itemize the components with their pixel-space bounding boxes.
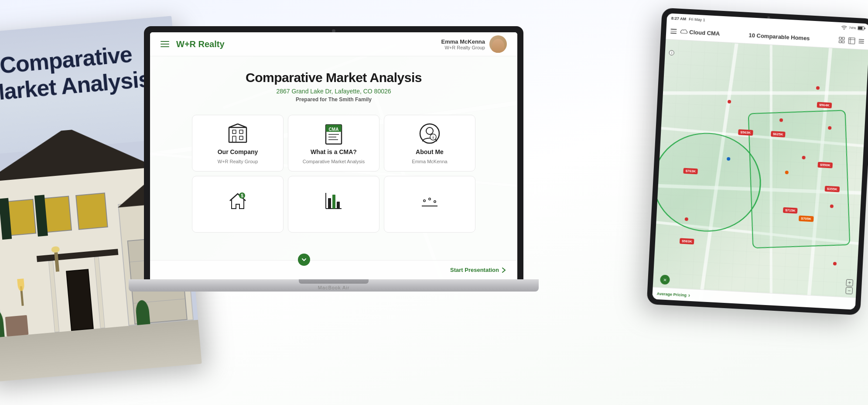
map-dot-9	[833, 262, 837, 265]
card-company-label: Our Company	[218, 148, 258, 155]
arrow-icon: ›	[688, 292, 690, 298]
svg-rect-39	[848, 38, 855, 44]
svg-rect-22	[332, 195, 335, 209]
card-home-value[interactable]: $	[192, 176, 284, 233]
card-what-is-cma[interactable]: CMA What is a CMA? Comparative Market An…	[288, 115, 379, 172]
chart-icon	[322, 189, 345, 212]
tablet-brand-label: Cloud CMA	[689, 29, 720, 37]
card-grid: Our Company W+R Realty Group CMA	[150, 115, 517, 233]
svg-rect-33	[858, 27, 862, 30]
tablet-logo-icon: Cloud CMA	[680, 28, 720, 37]
laptop-model-label: MacBook Air	[318, 285, 350, 290]
tablet-top-icons	[838, 36, 865, 45]
tablet-hamburger[interactable]	[670, 29, 677, 34]
price-tag-550k: $550K	[818, 162, 833, 168]
laptop-brand: W+R Realty	[176, 39, 225, 49]
tablet-highlight-2	[748, 110, 850, 249]
laptop-bottombar: Start Presentation	[150, 260, 517, 279]
svg-line-40	[849, 39, 855, 40]
book-door	[66, 269, 94, 331]
card-more[interactable]	[384, 176, 475, 233]
card-about-label: About Me	[416, 148, 444, 155]
battery-icon	[858, 26, 865, 31]
laptop-content: W+R Realty Emma McKenna W+R Realty Group…	[150, 32, 517, 279]
svg-point-31	[844, 28, 845, 30]
svg-rect-23	[337, 202, 340, 209]
tablet-table-icon[interactable]	[848, 37, 855, 45]
tablet-outer: 8:27 AM Fri May 1 74%	[647, 8, 868, 316]
agent-avatar-face	[492, 39, 504, 53]
tablet-screen: 8:27 AM Fri May 1 74%	[652, 13, 868, 309]
book-porch-roof	[37, 249, 119, 262]
book-window-3	[75, 192, 108, 230]
tablet-road-1	[653, 91, 868, 95]
tablet-title: 10 Comparable Homes	[723, 31, 835, 43]
svg-rect-3	[232, 136, 236, 142]
cma-title: Comparative Market Analysis	[246, 70, 422, 85]
statusbar-right: 74%	[841, 25, 865, 31]
svg-rect-1	[232, 130, 236, 134]
home-value-icon: $	[226, 189, 249, 212]
tablet-menu-icon[interactable]	[858, 38, 865, 45]
statusbar-day: Fri May 1	[689, 17, 705, 22]
agent-name: Emma McKenna	[441, 38, 485, 45]
svg-rect-21	[328, 198, 331, 209]
svg-point-14	[426, 127, 433, 134]
topbar-right: Emma McKenna W+R Realty Group	[441, 35, 507, 53]
card-our-company[interactable]: Our Company W+R Realty Group	[192, 115, 284, 172]
book-title: Comparative Market Analysis	[0, 39, 165, 107]
price-tag-705k: $705K	[799, 216, 813, 222]
tablet-map: $563K $625K $564K $550K $355K $705K $715…	[652, 39, 868, 310]
laptop-base: MacBook Air	[129, 279, 539, 292]
zoom-out-button[interactable]: −	[845, 287, 853, 295]
svg-rect-0	[229, 127, 246, 142]
statusbar-time: 8:27 AM	[671, 16, 687, 21]
svg-text:i: i	[433, 135, 434, 140]
tablet-bottom-left[interactable]: Average Pricing ›	[656, 290, 690, 298]
zoom-buttons: + −	[845, 279, 853, 295]
price-tag-715k: $715K	[783, 207, 798, 213]
svg-line-43	[859, 41, 864, 41]
laptop-main: Comparative Market Analysis 2867 Grand L…	[150, 56, 517, 260]
svg-rect-4	[239, 136, 243, 140]
laptop-wrapper: W+R Realty Emma McKenna W+R Realty Group…	[144, 26, 523, 292]
svg-line-42	[859, 39, 864, 40]
tablet-grid-icon[interactable]	[838, 36, 846, 44]
svg-rect-36	[842, 37, 844, 39]
svg-line-41	[850, 38, 851, 44]
laptop-notch	[299, 279, 369, 284]
laptop-screen: W+R Realty Emma McKenna W+R Realty Group…	[150, 32, 517, 279]
card-cma-label: What is a CMA?	[311, 148, 357, 155]
tablet-wrapper: 8:27 AM Fri May 1 74%	[647, 8, 868, 316]
price-tag-563k: $563K	[738, 129, 753, 136]
svg-rect-38	[842, 41, 844, 43]
svg-point-28	[424, 200, 425, 202]
card-cma-sublabel: Comparative Market Analysis	[303, 159, 365, 164]
svg-point-29	[429, 199, 431, 200]
start-presentation-label: Start Presentation	[450, 267, 499, 273]
svg-rect-2	[239, 130, 243, 134]
laptop-topbar: W+R Realty Emma McKenna W+R Realty Group	[150, 32, 517, 56]
svg-rect-34	[865, 27, 865, 29]
dots-icon	[418, 189, 441, 212]
svg-rect-35	[839, 37, 841, 39]
svg-rect-37	[839, 40, 841, 42]
book-pillar-2	[94, 257, 105, 328]
person-icon: i	[418, 122, 441, 145]
card-chart[interactable]	[288, 176, 379, 233]
card-company-sublabel: W+R Realty Group	[218, 159, 258, 164]
laptop-screen-outer: W+R Realty Emma McKenna W+R Realty Group…	[144, 26, 523, 279]
agent-avatar	[489, 35, 507, 53]
green-circle-button[interactable]	[298, 254, 310, 266]
cloud-icon	[680, 28, 688, 35]
building-icon	[226, 122, 249, 145]
card-about-me[interactable]: i About Me Emma McKenna	[384, 115, 475, 172]
agent-info: Emma McKenna W+R Realty Group	[441, 38, 485, 50]
card-about-sublabel: Emma McKenna	[412, 159, 447, 164]
book-lamp-glow	[51, 246, 60, 253]
zoom-in-button[interactable]: +	[846, 279, 853, 287]
statusbar-battery: 74%	[849, 26, 856, 30]
hamburger-icon[interactable]	[161, 41, 169, 47]
start-presentation-button[interactable]: Start Presentation	[450, 267, 507, 273]
wifi-icon	[841, 25, 847, 30]
